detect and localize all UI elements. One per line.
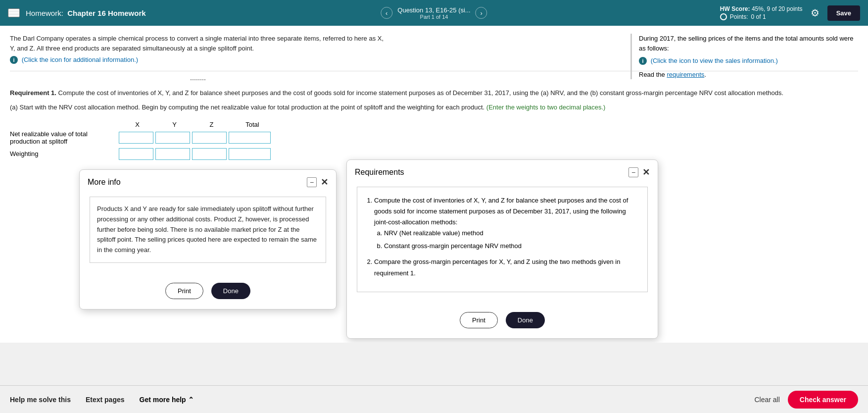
requirement-title: Requirement 1. [10,89,56,97]
sales-info-link[interactable]: (Click the icon to view the sales inform… [651,57,778,64]
info-icon-additional[interactable]: i [10,56,18,64]
problem-left: The Darl Company operates a simple chemi… [10,34,386,64]
header: Homework: Chapter 16 Homework ‹ Question… [0,0,868,26]
row1-col-y-input[interactable] [155,132,190,144]
problem-text: The Darl Company operates a simple chemi… [10,34,386,53]
more-info-title: More info [88,178,121,187]
read-requirements-text: Read the [639,71,665,78]
row1-col-z-input[interactable] [192,132,227,144]
requirement-green-text: (Enter the weights to two decimal places… [486,103,606,111]
right-panel-text: During 2017, the selling prices of the i… [639,34,858,53]
save-button[interactable]: Save [827,5,860,21]
table-section: X Y Z Total Net realizable value of tota… [10,121,858,160]
right-panel-divider: During 2017, the selling prices of the i… [630,34,858,79]
col-y-header: Y [156,121,193,128]
more-info-done-button[interactable]: Done [211,283,250,299]
col-z-header: Z [193,121,230,128]
requirements-body: Compute the cost of inventories of X, Y,… [347,182,658,312]
hw-score-label: HW Score: [720,5,750,12]
question-title: Question 13, E16-25 (si... [397,6,470,14]
req2-text: Compare the gross-margin percentages for… [374,257,639,278]
requirements-title: Requirements [355,168,404,177]
requirements-minimize-button[interactable]: − [628,167,638,177]
row1-col-total-input[interactable] [229,132,271,144]
hamburger-menu[interactable] [8,8,20,17]
requirements-print-button[interactable]: Print [460,312,498,328]
requirements-controls: − ✕ [628,167,650,178]
requirements-modal: Requirements − ✕ Compute the cost of inv… [346,159,658,339]
requirements-done-button[interactable]: Done [506,312,545,328]
more-info-minimize-button[interactable]: − [307,177,317,187]
right-panel: During 2017, the selling prices of the i… [630,34,858,79]
points-label: Points: [730,13,748,20]
row1-label: Net realizable value of total production… [10,130,119,145]
question-part: Part 1 of 14 [397,14,470,20]
more-info-body: Products X and Y are ready for sale imme… [80,192,336,283]
more-info-controls: − ✕ [307,177,328,188]
requirements-footer: Print Done [347,312,658,338]
more-info-close-button[interactable]: ✕ [321,177,328,188]
next-question-button[interactable]: › [476,7,487,19]
hw-score-block: HW Score: 45%, 9 of 20 points Points: 0 … [720,5,803,20]
row2-col-z-input[interactable] [192,148,227,160]
requirements-link[interactable]: requirements [667,71,704,78]
info-icon-sales[interactable]: i [639,57,647,65]
more-info-print-button[interactable]: Print [165,283,203,299]
col-x-header: X [119,121,156,128]
additional-info-link[interactable]: (Click the icon for additional informati… [22,56,139,63]
homework-prefix: Homework: [26,9,63,17]
more-info-body-text: Products X and Y are ready for sale imme… [97,204,319,256]
req1-text: Compute the cost of inventories of X, Y,… [374,197,628,226]
requirements-modal-header: Requirements − ✕ [347,160,658,182]
header-left: Homework: Chapter 16 Homework [8,8,146,17]
settings-button[interactable]: ⚙ [811,7,820,19]
homework-label: Homework: Chapter 16 Homework [26,9,146,17]
col-total-header: Total [230,121,275,128]
row2-label: Weighting [10,150,119,157]
table-row-weighting: Weighting [10,148,858,160]
points-value: 0 of 1 [751,13,766,20]
more-info-text-box: Products X and Y are ready for sale imme… [90,197,326,263]
more-info-footer: Print Done [80,283,336,309]
requirement-text: Compute the cost of inventories of X, Y,… [58,89,784,97]
header-center: ‹ Question 13, E16-25 (si... Part 1 of 1… [381,6,487,20]
req1b-text: Constant gross-margin percentage NRV met… [384,241,639,252]
header-right: HW Score: 45%, 9 of 20 points Points: 0 … [720,5,860,21]
requirements-close-button[interactable]: ✕ [642,167,650,178]
table-row-nrv: Net realizable value of total production… [10,130,858,145]
requirement-section: Requirement 1. Compute the cost of inven… [10,88,858,113]
more-info-modal: More info − ✕ Products X and Y are ready… [79,169,337,310]
main-content: The Darl Company operates a simple chemi… [0,26,868,343]
prev-question-button[interactable]: ‹ [381,7,392,19]
row1-col-x-input[interactable] [119,132,153,144]
dotted-separator [191,79,205,80]
requirements-list: Compute the cost of inventories of X, Y,… [357,187,648,292]
req1a-text: NRV (Net realizable value) method [384,228,639,239]
row2-col-x-input[interactable] [119,148,153,160]
hw-score-value: 45%, 9 of 20 points [752,5,803,12]
question-info: Question 13, E16-25 (si... Part 1 of 14 [397,6,470,20]
requirement-sub-text: (a) Start with the NRV cost allocation m… [10,103,484,111]
points-circle-icon [720,13,727,20]
row2-col-total-input[interactable] [229,148,271,160]
more-info-modal-header: More info − ✕ [80,170,336,192]
table-header-row: X Y Z Total [10,121,858,128]
row2-col-y-input[interactable] [155,148,190,160]
chapter-title: Chapter 16 Homework [67,9,145,17]
